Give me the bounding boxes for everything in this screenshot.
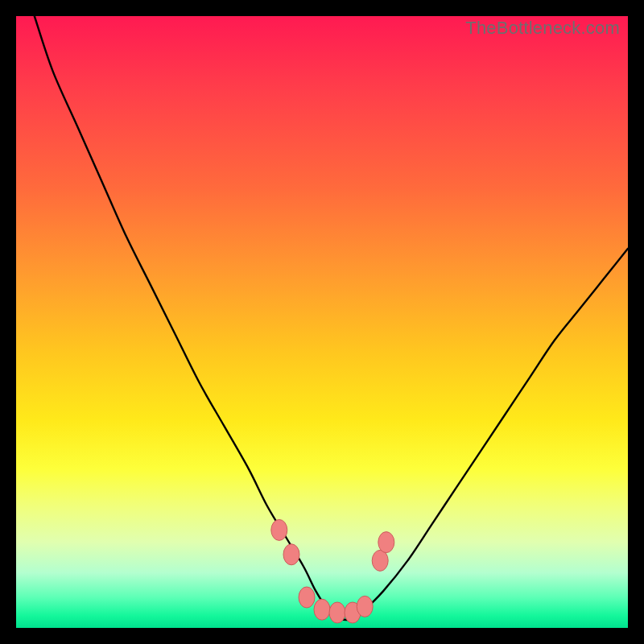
marker-point — [329, 602, 345, 623]
marker-point — [372, 550, 388, 571]
highlight-markers — [271, 519, 394, 623]
plot-area: TheBottleneck.com — [16, 16, 628, 628]
bottleneck-curve — [35, 16, 628, 620]
chart-svg — [16, 16, 628, 628]
marker-point — [299, 587, 315, 608]
marker-point — [314, 599, 330, 620]
marker-point — [357, 596, 373, 617]
marker-point — [271, 519, 287, 540]
marker-point — [378, 532, 394, 553]
marker-point — [283, 544, 299, 565]
chart-frame: TheBottleneck.com — [0, 0, 644, 644]
